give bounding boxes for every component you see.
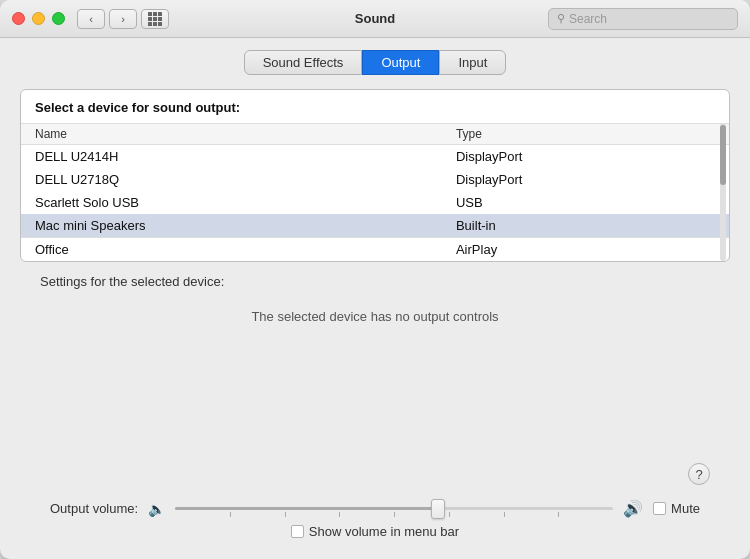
device-name: DELL U2414H: [21, 145, 442, 169]
device-panel: Select a device for sound output: Name T…: [20, 89, 730, 262]
tab-output[interactable]: Output: [362, 50, 439, 75]
volume-thumb[interactable]: [431, 499, 445, 519]
search-placeholder: Search: [569, 12, 607, 26]
volume-track-fill: [175, 507, 438, 510]
table-row[interactable]: DELL U2414H DisplayPort: [21, 145, 729, 169]
help-button[interactable]: ?: [688, 463, 710, 485]
maximize-button[interactable]: [52, 12, 65, 25]
device-type: Built-in: [442, 214, 729, 237]
search-icon: ⚲: [557, 12, 565, 25]
device-type: DisplayPort: [442, 145, 729, 169]
volume-tick: [504, 512, 505, 517]
grid-button[interactable]: [141, 9, 169, 29]
menu-bar-checkbox-wrap: Show volume in menu bar: [291, 524, 459, 539]
traffic-lights: [12, 12, 65, 25]
menu-bar-checkbox[interactable]: [291, 525, 304, 538]
mute-wrap: Mute: [653, 501, 700, 516]
help-row: ?: [20, 463, 730, 491]
forward-button[interactable]: ›: [109, 9, 137, 29]
settings-label: Settings for the selected device:: [40, 274, 710, 289]
volume-tick: [558, 512, 559, 517]
col-type-header: Type: [442, 124, 729, 145]
volume-label: Output volume:: [50, 501, 138, 516]
scrollbar-track: [720, 123, 726, 261]
table-row[interactable]: DELL U2718Q DisplayPort: [21, 168, 729, 191]
close-button[interactable]: [12, 12, 25, 25]
panel-heading: Select a device for sound output:: [21, 90, 729, 123]
device-table: Name Type DELL U2414H DisplayPort DELL U…: [21, 123, 729, 261]
content-area: Sound Effects Output Input Select a devi…: [0, 38, 750, 559]
tab-sound-effects[interactable]: Sound Effects: [244, 50, 363, 75]
volume-high-icon: 🔊: [623, 499, 643, 518]
device-table-wrapper: Name Type DELL U2414H DisplayPort DELL U…: [21, 123, 729, 261]
no-controls-message: The selected device has no output contro…: [40, 309, 710, 324]
main-window: ‹ › Sound ⚲ Search Sound Effects Output …: [0, 0, 750, 559]
tab-bar: Sound Effects Output Input: [20, 50, 730, 75]
volume-tick: [394, 512, 395, 517]
table-row-selected[interactable]: Mac mini Speakers Built-in: [21, 214, 729, 237]
menu-bar-row: Show volume in menu bar: [50, 524, 700, 539]
minimize-button[interactable]: [32, 12, 45, 25]
volume-low-icon: 🔈: [148, 501, 165, 517]
titlebar: ‹ › Sound ⚲ Search: [0, 0, 750, 38]
device-type: AirPlay: [442, 238, 729, 261]
menu-bar-label: Show volume in menu bar: [309, 524, 459, 539]
volume-tick: [230, 512, 231, 517]
tab-input[interactable]: Input: [439, 50, 506, 75]
device-type: DisplayPort: [442, 168, 729, 191]
mute-label: Mute: [671, 501, 700, 516]
window-title: Sound: [355, 11, 395, 26]
back-button[interactable]: ‹: [77, 9, 105, 29]
volume-tick: [449, 512, 450, 517]
volume-tick: [339, 512, 340, 517]
volume-slider[interactable]: [175, 500, 613, 518]
table-row[interactable]: Scarlett Solo USB USB: [21, 191, 729, 214]
nav-buttons: ‹ ›: [77, 9, 137, 29]
grid-icon: [148, 12, 162, 26]
device-name: Office: [21, 238, 442, 261]
table-row[interactable]: Office AirPlay: [21, 238, 729, 261]
volume-tick: [285, 512, 286, 517]
volume-row: Output volume: 🔈 🔊: [50, 499, 700, 518]
device-name: DELL U2718Q: [21, 168, 442, 191]
volume-track: [175, 507, 613, 510]
scrollbar[interactable]: [719, 123, 727, 261]
device-name: Mac mini Speakers: [21, 214, 442, 237]
search-box[interactable]: ⚲ Search: [548, 8, 738, 30]
device-name: Scarlett Solo USB: [21, 191, 442, 214]
scrollbar-thumb[interactable]: [720, 125, 726, 185]
bottom-controls: Output volume: 🔈 🔊: [20, 491, 730, 545]
settings-section: Settings for the selected device: The se…: [20, 262, 730, 463]
mute-checkbox[interactable]: [653, 502, 666, 515]
device-type: USB: [442, 191, 729, 214]
col-name-header: Name: [21, 124, 442, 145]
